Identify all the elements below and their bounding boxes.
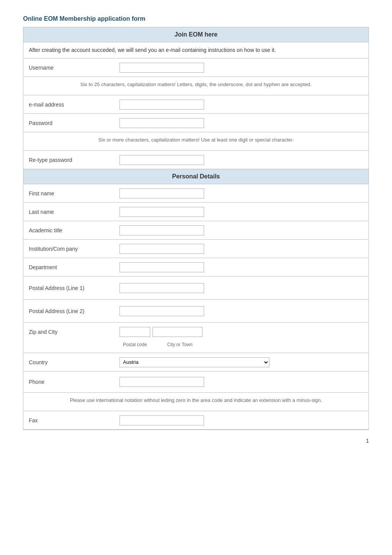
intro-text: After creating the account succeded, we … [23, 42, 369, 58]
retype-password-input-area [116, 152, 369, 168]
username-input-area [116, 60, 369, 76]
personal-details-header: Personal Details [23, 169, 369, 184]
retype-password-label: Re-type password [23, 153, 116, 167]
phone-row: Phone [23, 372, 369, 393]
password-row: Password [23, 114, 369, 132]
postal-address1-input-area [116, 280, 369, 296]
country-label: Country [23, 355, 116, 369]
zip-city-row: Zip and City [23, 323, 369, 341]
city-sublabel: City or Town [155, 342, 205, 347]
country-select-area: Austria [116, 354, 369, 370]
email-input-area [116, 97, 369, 113]
phone-input[interactable] [120, 377, 204, 387]
zip-sublabels: Postal code City or Town [23, 341, 369, 353]
last-name-input[interactable] [120, 207, 204, 217]
password-label: Password [23, 116, 116, 130]
institution-row: Institution/Com pany [23, 240, 369, 258]
password-input-area [116, 115, 369, 131]
postal-address1-label: Postal Address (Line 1) [23, 281, 116, 295]
page-number: 1 [23, 438, 369, 444]
first-name-input-area [116, 185, 369, 202]
email-label: e-mail address [23, 98, 116, 112]
password-input[interactable] [120, 118, 204, 128]
fax-input[interactable] [120, 415, 204, 425]
retype-password-row: Re-type password [23, 151, 369, 169]
zip-city-label: Zip and City [23, 325, 116, 339]
department-input[interactable] [120, 262, 204, 272]
institution-input-area [116, 241, 369, 257]
retype-password-input[interactable] [120, 155, 204, 165]
postal-address2-label: Postal Address (Line 2) [23, 304, 116, 318]
username-label: Username [23, 61, 116, 75]
postal-address2-input[interactable] [120, 306, 204, 316]
city-input[interactable] [153, 327, 203, 337]
fax-input-area [116, 412, 369, 428]
fax-label: Fax [23, 413, 116, 427]
institution-input[interactable] [120, 244, 204, 254]
username-row: Username [23, 58, 369, 77]
postal-address2-row: Postal Address (Line 2) [23, 300, 369, 323]
last-name-label: Last name [23, 205, 116, 219]
department-input-area [116, 259, 369, 275]
country-row: Country Austria [23, 353, 369, 372]
email-input[interactable] [120, 100, 204, 110]
academic-title-row: Academic title [23, 221, 369, 240]
first-name-label: First name [23, 187, 116, 200]
department-row: Department [23, 258, 369, 277]
zip-city-container: Zip and City Postal code City or Town [23, 323, 369, 353]
phone-label: Phone [23, 375, 116, 389]
username-input[interactable] [120, 63, 204, 73]
department-label: Department [23, 260, 116, 274]
phone-hint: Please use international notation withou… [23, 393, 369, 411]
academic-title-input-area [116, 222, 369, 238]
zip-city-input-area [116, 324, 369, 340]
last-name-row: Last name [23, 203, 369, 221]
academic-title-label: Academic title [23, 223, 116, 237]
institution-label: Institution/Com pany [23, 242, 116, 256]
fax-row: Fax [23, 411, 369, 430]
country-select[interactable]: Austria [120, 357, 269, 367]
postal-address2-input-area [116, 303, 369, 319]
page-title: Online EOM Membership application form [23, 15, 369, 22]
membership-form: Join EOM here After creating the account… [23, 27, 369, 430]
email-row: e-mail address [23, 95, 369, 114]
postal-address1-row: Postal Address (Line 1) [23, 277, 369, 300]
academic-title-input[interactable] [120, 225, 204, 235]
password-hint: Six or more characters, capitalization m… [23, 132, 369, 151]
postal-address1-input[interactable] [120, 283, 204, 293]
first-name-input[interactable] [120, 188, 204, 198]
phone-input-area [116, 374, 369, 390]
username-hint: Six to 25 characters, capitalization mat… [23, 77, 369, 95]
zip-sublabels-area: Postal code City or Town [116, 341, 209, 350]
first-name-row: First name [23, 184, 369, 203]
postal-code-sublabel: Postal code [120, 342, 150, 347]
postal-code-input[interactable] [120, 327, 150, 337]
join-header: Join EOM here [23, 27, 369, 42]
last-name-input-area [116, 204, 369, 220]
